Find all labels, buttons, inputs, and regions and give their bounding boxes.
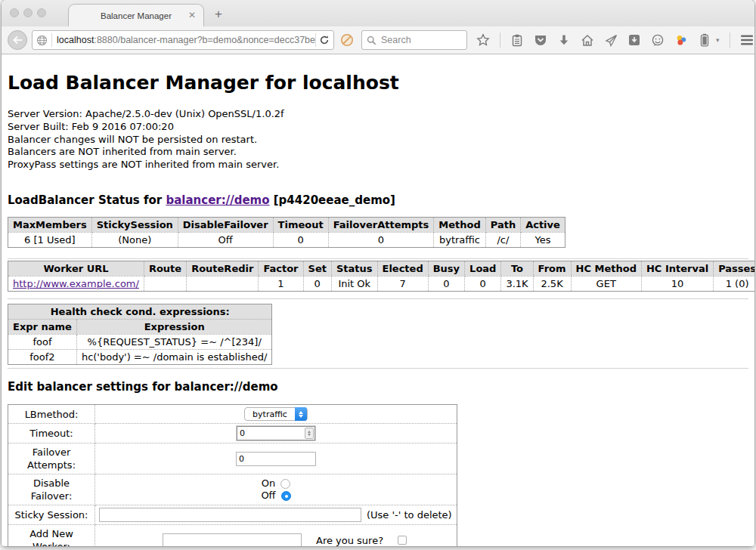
cell-failoverattempts: 0 [328, 232, 434, 247]
cell-to: 3.1K [501, 276, 533, 291]
new-tab-button[interactable]: + [215, 7, 222, 22]
cell-method: bytraffic [434, 232, 485, 247]
table-row: 6 [1 Used] (None) Off 0 0 bytraffic /c/ … [8, 232, 565, 247]
cell-path: /c/ [485, 232, 520, 247]
sticky-session-input[interactable] [99, 508, 361, 522]
col-set: Set [303, 261, 331, 276]
col-busy: Busy [428, 261, 464, 276]
url-path: :8880/balancer-manager?b=demo&nonce=decc… [94, 35, 314, 45]
failover-attempts-input[interactable] [236, 452, 316, 466]
cell-route [144, 276, 186, 291]
cell-hc-interval: 10 [641, 276, 713, 291]
url-bar[interactable]: localhost:8880/balancer-manager?b=demo&n… [32, 30, 334, 50]
disable-failover-label: Disable Failover: [8, 474, 95, 505]
col-routeredir: RouteRedir [187, 261, 259, 276]
url-host: localhost [57, 35, 94, 45]
col-expression: Expression [76, 319, 272, 334]
tab-close-icon[interactable]: ✕ [188, 11, 196, 20]
url-divider [315, 33, 316, 47]
add-worker-input[interactable] [163, 533, 302, 546]
col-expr-name: Expr name [8, 319, 77, 334]
status-heading-suffix: [p4420eeae_demo] [270, 193, 395, 207]
number-spinner-icon[interactable] [305, 428, 314, 439]
window-close-button[interactable] [10, 8, 19, 17]
server-built: Server Built: Feb 9 2016 07:00:20 [8, 121, 748, 134]
send-icon[interactable] [604, 33, 618, 47]
tab-balancer-manager[interactable]: Balancer Manager ✕ [68, 4, 204, 26]
col-factor: Factor [259, 261, 303, 276]
form-row-sticky-session: Sticky Session: (Use '-' to delete) [8, 505, 457, 525]
cell-expression: %{REQUEST_STATUS} =~ /^[234]/ [76, 334, 272, 349]
form-row-timeout: Timeout: [8, 424, 457, 443]
download-square-icon[interactable] [627, 33, 641, 47]
cell-timeout: 0 [273, 232, 328, 247]
window-minimize-button[interactable] [23, 8, 33, 17]
col-method: Method [434, 217, 485, 232]
menu-icon[interactable] [740, 33, 754, 47]
col-elected: Elected [377, 261, 428, 276]
worker-table: Worker URL Route RouteRedir Factor Set S… [8, 261, 754, 292]
reload-icon[interactable] [318, 33, 331, 47]
form-row-disable-failover: Disable Failover: On Off [8, 474, 457, 505]
disable-failover-on-radio[interactable] [280, 479, 290, 489]
toolbar-buttons: ▾ [476, 32, 754, 48]
table-row: foof2 hc('body') =~ /domain is establish… [8, 349, 272, 364]
cell-maxmembers: 6 [1 Used] [8, 232, 92, 247]
server-version: Server Version: Apache/2.5.0-dev (Unix) … [8, 108, 748, 121]
cell-expr-name: foof [8, 334, 77, 349]
battery-icon[interactable] [698, 33, 711, 47]
worker-url-link[interactable]: http://www.example.com/ [13, 278, 139, 289]
edit-settings-heading: Edit balancer settings for balancer://de… [8, 380, 748, 394]
image-block-icon[interactable] [340, 33, 354, 47]
balancer-settings-form: LBmethod: bytraffic Timeout: [8, 404, 457, 546]
balancer-demo-link[interactable]: balancer://demo [166, 193, 269, 207]
health-table-title: Health check cond. expressions: [8, 304, 272, 319]
toolbar-separator [500, 32, 500, 48]
color-dots-icon[interactable] [674, 33, 688, 47]
cell-set: 0 [303, 276, 331, 291]
url-text[interactable]: localhost:8880/balancer-manager?b=demo&n… [52, 35, 315, 45]
search-icon [367, 36, 376, 45]
col-from: From [533, 261, 571, 276]
lbmethod-select[interactable]: bytraffic [244, 407, 308, 421]
search-input[interactable]: Search [361, 30, 467, 50]
health-check-table: Health check cond. expressions: Expr nam… [8, 304, 272, 365]
table-row: foof %{REQUEST_STATUS} =~ /^[234]/ [8, 334, 272, 349]
window-zoom-button[interactable] [37, 8, 46, 17]
lbmethod-label: LBmethod: [8, 404, 95, 424]
downloads-icon[interactable] [557, 33, 571, 47]
col-timeout: Timeout [273, 217, 328, 232]
cell-busy: 0 [428, 276, 464, 291]
bookmark-star-icon[interactable] [476, 33, 490, 47]
lbmethod-selected-value: bytraffic [253, 408, 287, 421]
col-path: Path [485, 217, 520, 232]
cell-load: 0 [465, 276, 501, 291]
col-maxmembers: MaxMembers [8, 217, 92, 232]
timeout-input[interactable] [237, 426, 315, 440]
status-heading-prefix: LoadBalancer Status for [8, 193, 166, 207]
navigation-toolbar: localhost:8880/balancer-manager?b=demo&n… [2, 26, 754, 54]
cell-from: 2.5K [533, 276, 571, 291]
timeout-label: Timeout: [8, 424, 95, 443]
col-to: To [501, 261, 533, 276]
back-icon [12, 36, 23, 45]
col-hc-method: HC Method [571, 261, 641, 276]
cell-expr-name: foof2 [8, 349, 77, 364]
col-status: Status [331, 261, 377, 276]
table-header-row: MaxMembers StickySession DisableFailover… [8, 217, 565, 232]
home-icon[interactable] [581, 33, 594, 47]
divider [8, 298, 748, 299]
toolbar-separator [730, 32, 730, 48]
are-you-sure-checkbox[interactable] [398, 536, 407, 545]
col-hc-interval: HC Interval [641, 261, 713, 276]
col-disablefailover: DisableFailover [178, 217, 273, 232]
feedback-smiley-icon[interactable] [651, 33, 665, 47]
tab-bar: Balancer Manager ✕ + [2, 0, 754, 26]
col-passes: Passes [714, 261, 754, 276]
back-button[interactable] [8, 30, 27, 50]
disable-failover-off-radio[interactable] [281, 491, 291, 501]
pocket-icon[interactable] [534, 33, 547, 47]
col-active: Active [521, 217, 565, 232]
dropdown-caret-icon[interactable]: ▾ [716, 36, 720, 44]
bookmarks-icon[interactable] [510, 33, 524, 47]
